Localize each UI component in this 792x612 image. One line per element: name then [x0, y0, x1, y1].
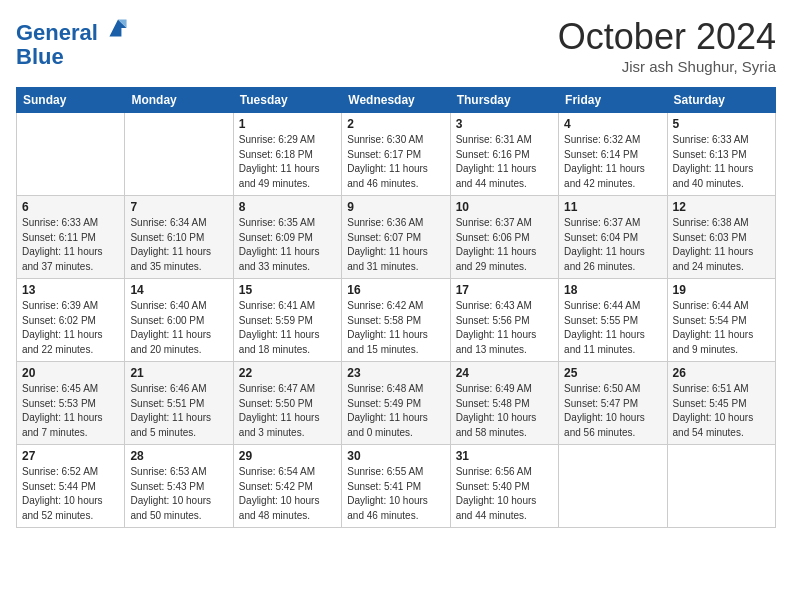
day-info: Sunrise: 6:33 AM Sunset: 6:11 PM Dayligh… — [22, 216, 119, 274]
calendar-cell: 15Sunrise: 6:41 AM Sunset: 5:59 PM Dayli… — [233, 279, 341, 362]
week-row-3: 13Sunrise: 6:39 AM Sunset: 6:02 PM Dayli… — [17, 279, 776, 362]
title-block: October 2024 Jisr ash Shughur, Syria — [558, 16, 776, 75]
calendar-cell: 29Sunrise: 6:54 AM Sunset: 5:42 PM Dayli… — [233, 445, 341, 528]
day-info: Sunrise: 6:44 AM Sunset: 5:55 PM Dayligh… — [564, 299, 661, 357]
day-number: 7 — [130, 200, 227, 214]
calendar-cell: 16Sunrise: 6:42 AM Sunset: 5:58 PM Dayli… — [342, 279, 450, 362]
header-friday: Friday — [559, 88, 667, 113]
month-title: October 2024 — [558, 16, 776, 58]
day-info: Sunrise: 6:45 AM Sunset: 5:53 PM Dayligh… — [22, 382, 119, 440]
day-info: Sunrise: 6:54 AM Sunset: 5:42 PM Dayligh… — [239, 465, 336, 523]
calendar-cell: 9Sunrise: 6:36 AM Sunset: 6:07 PM Daylig… — [342, 196, 450, 279]
day-info: Sunrise: 6:47 AM Sunset: 5:50 PM Dayligh… — [239, 382, 336, 440]
day-number: 15 — [239, 283, 336, 297]
day-number: 12 — [673, 200, 770, 214]
header-sunday: Sunday — [17, 88, 125, 113]
calendar-table: SundayMondayTuesdayWednesdayThursdayFrid… — [16, 87, 776, 528]
day-number: 3 — [456, 117, 553, 131]
logo-icon — [106, 16, 130, 40]
calendar-cell: 8Sunrise: 6:35 AM Sunset: 6:09 PM Daylig… — [233, 196, 341, 279]
day-number: 26 — [673, 366, 770, 380]
day-number: 19 — [673, 283, 770, 297]
week-row-4: 20Sunrise: 6:45 AM Sunset: 5:53 PM Dayli… — [17, 362, 776, 445]
header-wednesday: Wednesday — [342, 88, 450, 113]
calendar-cell: 3Sunrise: 6:31 AM Sunset: 6:16 PM Daylig… — [450, 113, 558, 196]
calendar-cell: 2Sunrise: 6:30 AM Sunset: 6:17 PM Daylig… — [342, 113, 450, 196]
day-number: 4 — [564, 117, 661, 131]
location-subtitle: Jisr ash Shughur, Syria — [558, 58, 776, 75]
day-info: Sunrise: 6:42 AM Sunset: 5:58 PM Dayligh… — [347, 299, 444, 357]
calendar-cell: 28Sunrise: 6:53 AM Sunset: 5:43 PM Dayli… — [125, 445, 233, 528]
day-number: 30 — [347, 449, 444, 463]
calendar-cell: 23Sunrise: 6:48 AM Sunset: 5:49 PM Dayli… — [342, 362, 450, 445]
day-info: Sunrise: 6:46 AM Sunset: 5:51 PM Dayligh… — [130, 382, 227, 440]
day-info: Sunrise: 6:50 AM Sunset: 5:47 PM Dayligh… — [564, 382, 661, 440]
calendar-cell: 27Sunrise: 6:52 AM Sunset: 5:44 PM Dayli… — [17, 445, 125, 528]
calendar-cell: 10Sunrise: 6:37 AM Sunset: 6:06 PM Dayli… — [450, 196, 558, 279]
week-row-5: 27Sunrise: 6:52 AM Sunset: 5:44 PM Dayli… — [17, 445, 776, 528]
calendar-cell: 26Sunrise: 6:51 AM Sunset: 5:45 PM Dayli… — [667, 362, 775, 445]
day-info: Sunrise: 6:30 AM Sunset: 6:17 PM Dayligh… — [347, 133, 444, 191]
day-info: Sunrise: 6:38 AM Sunset: 6:03 PM Dayligh… — [673, 216, 770, 274]
day-info: Sunrise: 6:53 AM Sunset: 5:43 PM Dayligh… — [130, 465, 227, 523]
day-info: Sunrise: 6:55 AM Sunset: 5:41 PM Dayligh… — [347, 465, 444, 523]
day-number: 29 — [239, 449, 336, 463]
day-info: Sunrise: 6:31 AM Sunset: 6:16 PM Dayligh… — [456, 133, 553, 191]
calendar-cell: 14Sunrise: 6:40 AM Sunset: 6:00 PM Dayli… — [125, 279, 233, 362]
logo-line2: Blue — [16, 45, 130, 69]
day-info: Sunrise: 6:36 AM Sunset: 6:07 PM Dayligh… — [347, 216, 444, 274]
day-info: Sunrise: 6:40 AM Sunset: 6:00 PM Dayligh… — [130, 299, 227, 357]
header-tuesday: Tuesday — [233, 88, 341, 113]
day-info: Sunrise: 6:43 AM Sunset: 5:56 PM Dayligh… — [456, 299, 553, 357]
day-number: 17 — [456, 283, 553, 297]
day-info: Sunrise: 6:35 AM Sunset: 6:09 PM Dayligh… — [239, 216, 336, 274]
day-info: Sunrise: 6:33 AM Sunset: 6:13 PM Dayligh… — [673, 133, 770, 191]
calendar-cell: 20Sunrise: 6:45 AM Sunset: 5:53 PM Dayli… — [17, 362, 125, 445]
day-number: 14 — [130, 283, 227, 297]
day-info: Sunrise: 6:48 AM Sunset: 5:49 PM Dayligh… — [347, 382, 444, 440]
day-number: 6 — [22, 200, 119, 214]
calendar-header-row: SundayMondayTuesdayWednesdayThursdayFrid… — [17, 88, 776, 113]
logo: General Blue — [16, 16, 130, 69]
day-number: 25 — [564, 366, 661, 380]
day-info: Sunrise: 6:56 AM Sunset: 5:40 PM Dayligh… — [456, 465, 553, 523]
day-number: 24 — [456, 366, 553, 380]
calendar-cell — [559, 445, 667, 528]
calendar-cell: 30Sunrise: 6:55 AM Sunset: 5:41 PM Dayli… — [342, 445, 450, 528]
day-info: Sunrise: 6:29 AM Sunset: 6:18 PM Dayligh… — [239, 133, 336, 191]
day-number: 28 — [130, 449, 227, 463]
day-number: 31 — [456, 449, 553, 463]
calendar-cell: 17Sunrise: 6:43 AM Sunset: 5:56 PM Dayli… — [450, 279, 558, 362]
day-info: Sunrise: 6:39 AM Sunset: 6:02 PM Dayligh… — [22, 299, 119, 357]
calendar-cell: 22Sunrise: 6:47 AM Sunset: 5:50 PM Dayli… — [233, 362, 341, 445]
day-number: 11 — [564, 200, 661, 214]
day-info: Sunrise: 6:52 AM Sunset: 5:44 PM Dayligh… — [22, 465, 119, 523]
calendar-cell: 25Sunrise: 6:50 AM Sunset: 5:47 PM Dayli… — [559, 362, 667, 445]
calendar-cell: 24Sunrise: 6:49 AM Sunset: 5:48 PM Dayli… — [450, 362, 558, 445]
day-info: Sunrise: 6:49 AM Sunset: 5:48 PM Dayligh… — [456, 382, 553, 440]
day-number: 18 — [564, 283, 661, 297]
calendar-cell: 18Sunrise: 6:44 AM Sunset: 5:55 PM Dayli… — [559, 279, 667, 362]
day-number: 13 — [22, 283, 119, 297]
day-number: 2 — [347, 117, 444, 131]
day-number: 21 — [130, 366, 227, 380]
calendar-cell: 4Sunrise: 6:32 AM Sunset: 6:14 PM Daylig… — [559, 113, 667, 196]
day-number: 8 — [239, 200, 336, 214]
calendar-cell: 6Sunrise: 6:33 AM Sunset: 6:11 PM Daylig… — [17, 196, 125, 279]
calendar-cell: 1Sunrise: 6:29 AM Sunset: 6:18 PM Daylig… — [233, 113, 341, 196]
calendar-cell: 12Sunrise: 6:38 AM Sunset: 6:03 PM Dayli… — [667, 196, 775, 279]
day-info: Sunrise: 6:37 AM Sunset: 6:06 PM Dayligh… — [456, 216, 553, 274]
header-monday: Monday — [125, 88, 233, 113]
day-info: Sunrise: 6:41 AM Sunset: 5:59 PM Dayligh… — [239, 299, 336, 357]
page-header: General Blue October 2024 Jisr ash Shugh… — [16, 16, 776, 75]
calendar-cell: 31Sunrise: 6:56 AM Sunset: 5:40 PM Dayli… — [450, 445, 558, 528]
day-info: Sunrise: 6:34 AM Sunset: 6:10 PM Dayligh… — [130, 216, 227, 274]
day-number: 27 — [22, 449, 119, 463]
week-row-1: 1Sunrise: 6:29 AM Sunset: 6:18 PM Daylig… — [17, 113, 776, 196]
day-number: 20 — [22, 366, 119, 380]
day-number: 10 — [456, 200, 553, 214]
day-number: 1 — [239, 117, 336, 131]
day-info: Sunrise: 6:37 AM Sunset: 6:04 PM Dayligh… — [564, 216, 661, 274]
calendar-cell: 5Sunrise: 6:33 AM Sunset: 6:13 PM Daylig… — [667, 113, 775, 196]
calendar-cell: 7Sunrise: 6:34 AM Sunset: 6:10 PM Daylig… — [125, 196, 233, 279]
